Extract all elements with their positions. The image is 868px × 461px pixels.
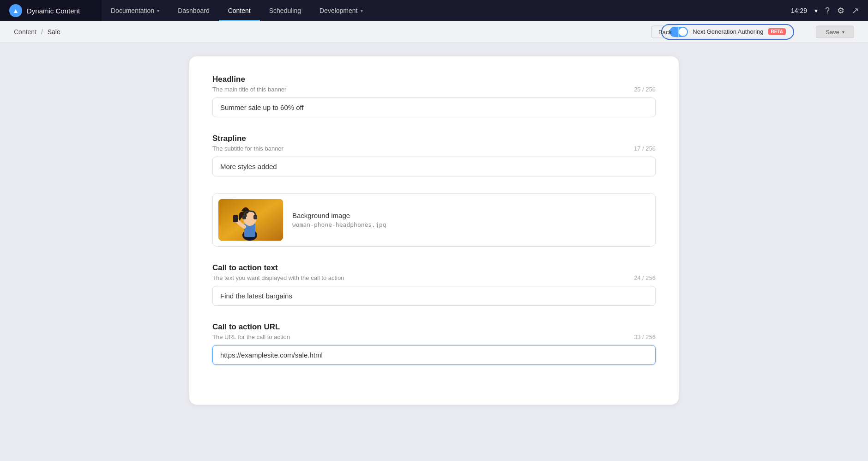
brand-area[interactable]: ▲ Dynamic Content <box>0 0 102 21</box>
app-logo: ▲ <box>9 4 22 17</box>
svg-rect-5 <box>233 215 238 222</box>
cta-url-label: Call to action URL <box>212 322 656 332</box>
chevron-down-icon: ▾ <box>157 8 159 13</box>
image-filename: woman-phone-headphones.jpg <box>292 221 386 228</box>
headline-label: Headline <box>212 75 656 84</box>
breadcrumb-separator: / <box>41 28 43 36</box>
cta-url-char-count: 33 / 256 <box>634 334 656 340</box>
time-chevron[interactable]: ▾ <box>814 7 818 14</box>
headline-desc-row: The main title of this banner 25 / 256 <box>212 86 656 93</box>
profile-icon[interactable]: ↗ <box>852 6 859 16</box>
settings-icon[interactable]: ⚙ <box>837 6 844 16</box>
back-button[interactable]: Back <box>651 25 679 38</box>
svg-rect-6 <box>242 215 246 219</box>
beta-badge: BETA <box>768 28 786 35</box>
top-navigation: ▲ Dynamic Content Documentation ▾ Dashbo… <box>0 0 868 21</box>
chevron-down-icon: ▾ <box>361 8 363 13</box>
headline-char-count: 25 / 256 <box>634 86 656 93</box>
strapline-description: The subtitle for this banner <box>212 145 283 152</box>
breadcrumb: Content / Sale <box>14 28 60 36</box>
svg-rect-7 <box>253 215 257 219</box>
headline-description: The main title of this banner <box>212 86 286 93</box>
help-icon[interactable]: ? <box>825 6 830 16</box>
background-image-label: Background image <box>292 212 386 219</box>
breadcrumb-current: Sale <box>48 28 60 36</box>
main-content: Headline The main title of this banner 2… <box>0 42 868 419</box>
image-info: Background image woman-phone-headphones.… <box>292 212 386 228</box>
nav-item-development[interactable]: Development ▾ <box>310 0 372 21</box>
strapline-char-count: 17 / 256 <box>634 145 656 152</box>
cta-url-input[interactable] <box>212 345 656 365</box>
cta-text-input[interactable] <box>212 286 656 306</box>
cta-url-section: Call to action URL The URL for the call … <box>212 322 656 365</box>
nga-toggle-area: Next Generation Authoring BETA <box>661 24 794 40</box>
cta-text-label: Call to action text <box>212 263 656 273</box>
cta-url-description: The URL for the call to action <box>212 334 290 340</box>
cta-url-desc-row: The URL for the call to action 33 / 256 <box>212 334 656 340</box>
nav-right: 14:29 ▾ ? ⚙ ↗ <box>782 6 868 16</box>
cta-text-desc-row: The text you want displayed with the cal… <box>212 274 656 281</box>
strapline-label: Strapline <box>212 134 656 143</box>
nga-label: Next Generation Authoring <box>693 28 763 35</box>
cta-text-section: Call to action text The text you want di… <box>212 263 656 306</box>
cta-text-char-count: 24 / 256 <box>634 274 656 281</box>
form-card: Headline The main title of this banner 2… <box>189 56 679 405</box>
breadcrumb-parent[interactable]: Content <box>14 28 36 36</box>
breadcrumb-bar: Content / Sale Next Generation Authoring… <box>0 21 868 42</box>
nav-item-scheduling[interactable]: Scheduling <box>260 0 310 21</box>
nav-items: Documentation ▾ Dashboard Content Schedu… <box>102 0 782 21</box>
cta-text-description: The text you want displayed with the cal… <box>212 274 344 281</box>
headline-input[interactable] <box>212 97 656 117</box>
nav-item-dashboard[interactable]: Dashboard <box>169 0 219 21</box>
nav-item-documentation[interactable]: Documentation ▾ <box>102 0 169 21</box>
strapline-desc-row: The subtitle for this banner 17 / 256 <box>212 145 656 152</box>
strapline-section: Strapline The subtitle for this banner 1… <box>212 134 656 176</box>
nav-item-content[interactable]: Content <box>219 0 260 21</box>
strapline-input[interactable] <box>212 157 656 176</box>
background-image-section[interactable]: Background image woman-phone-headphones.… <box>212 193 656 247</box>
save-button[interactable]: Save ▾ <box>816 25 854 38</box>
clock-time: 14:29 <box>791 7 807 14</box>
headline-section: Headline The main title of this banner 2… <box>212 75 656 117</box>
app-title: Dynamic Content <box>27 7 80 15</box>
chevron-down-icon: ▾ <box>842 29 844 34</box>
image-preview <box>218 199 283 241</box>
